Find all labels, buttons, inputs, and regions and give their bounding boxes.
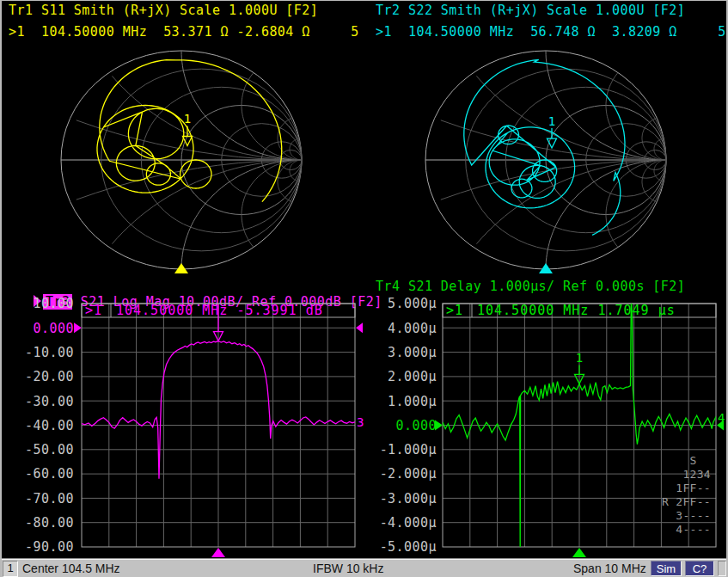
trace1-title[interactable]: Tr1 S11 Smith (R+jX) Scale 1.000U [F2]: [9, 3, 364, 18]
screen-border-left: [0, 0, 2, 577]
svg-text:1: 1: [548, 114, 555, 128]
svg-text:104.50000 MHz 1.7049 µs: 104.50000 MHz 1.7049 µs: [477, 303, 676, 318]
span-label: Span 10 MHz: [573, 562, 646, 575]
y-axis-tick-label: -1.000µ: [361, 442, 437, 457]
svg-text:1: 1: [184, 112, 191, 126]
y-axis-tick-label: 2.000µ: [361, 369, 437, 384]
y-axis-tick-label: 1.000µ: [361, 394, 437, 409]
y-axis-tick-label: -30.00: [0, 394, 74, 409]
smith-chart-s22: 1: [419, 45, 674, 279]
trace4-title[interactable]: Tr4 S21 Delay 1.000µs/ Ref 0.000s [F2]: [376, 279, 725, 294]
y-axis-tick-label: -70.00: [0, 491, 74, 506]
trace2-marker-readout: >1 104.50000 MHz 56.748 Ω 3.8209 Ω 5: [376, 24, 725, 40]
logmag-plot: >1104.50000 MHz -5.3991 dB3: [73, 303, 365, 559]
y-axis-tick-label: 3.000µ: [361, 345, 437, 360]
y-axis-tick-label: -20.00: [0, 369, 74, 384]
simulator-mode-badge: Sim: [651, 561, 682, 576]
y-axis-tick-label: 5.000µ: [361, 296, 437, 311]
correction-status-badge: C?: [685, 561, 714, 576]
y-axis-tick-label: 10.00: [0, 296, 74, 311]
y-axis-tick-label: -50.00: [0, 442, 74, 457]
y-axis-tick-label: -3.000µ: [361, 491, 437, 506]
y-axis-tick-label: -90.00: [0, 539, 74, 555]
vna-screen: Tr1 S11 Smith (R+jX) Scale 1.000U [F2] >…: [0, 0, 728, 577]
y-axis-tick-label: 0.000: [361, 418, 437, 433]
svg-text:4: 4: [718, 411, 725, 425]
trace1-marker-readout: >1 104.50000 MHz 53.371 Ω -2.6804 Ω 5: [9, 24, 364, 40]
smith-chart-s11: 1: [55, 45, 309, 279]
ifbw-label: IFBW 10 kHz: [313, 562, 383, 575]
y-axis-tick-label: -5.000µ: [361, 539, 437, 555]
svg-text:1: 1: [576, 351, 583, 365]
y-axis-tick-label: -10.00: [0, 345, 74, 360]
svg-text:104.50000 MHz -5.3991 dB: 104.50000 MHz -5.3991 dB: [116, 303, 323, 318]
trace2-title[interactable]: Tr2 S22 Smith (R+jX) Scale 1.000U [F2]: [376, 3, 725, 18]
svg-text:>1: >1: [85, 303, 102, 318]
y-axis-tick-label: -4.000µ: [361, 515, 437, 531]
y-axis-tick-label: -2.000µ: [361, 466, 437, 482]
sparam-correction-status: S 1234 1FF-- R 2FF-- 3---- 4----: [662, 454, 711, 537]
y-axis-tick-label: 0.000: [0, 321, 74, 336]
svg-text:3: 3: [357, 415, 364, 429]
y-axis-tick-label: -60.00: [0, 466, 74, 482]
svg-text:>1: >1: [446, 303, 463, 318]
y-axis-tick-label: -40.00: [0, 418, 74, 433]
screen-border-top: [0, 0, 728, 1]
channel-number-box: 1: [3, 561, 18, 577]
status-bar-end-cell: [718, 561, 726, 576]
status-bar: 1 Center 104.5 MHz IFBW 10 kHz Span 10 M…: [0, 558, 728, 577]
y-axis-tick-label: -80.00: [0, 515, 74, 531]
center-frequency-label: Center 104.5 MHz: [22, 562, 120, 575]
y-axis-tick-label: 4.000µ: [361, 321, 437, 336]
